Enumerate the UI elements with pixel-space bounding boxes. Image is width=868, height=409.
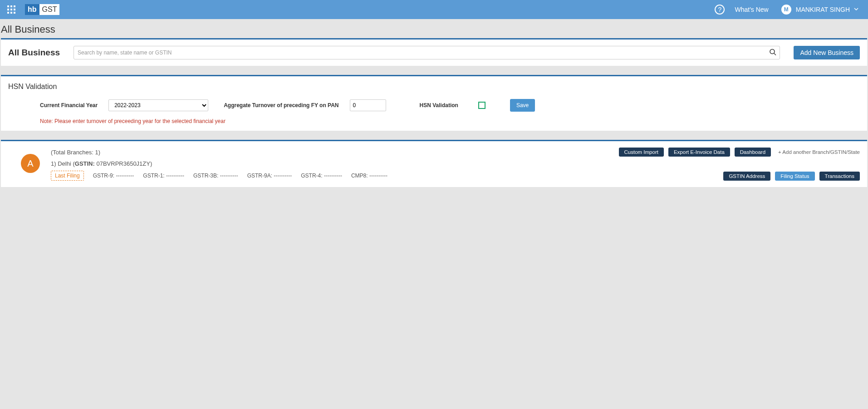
business-avatar: A [21, 154, 40, 173]
gstin-value: 07BVRPR3650J1ZY [96, 160, 150, 167]
svg-rect-1 [10, 5, 12, 7]
fy-select[interactable]: 2022-2023 [108, 99, 208, 111]
filing-status-button[interactable]: Filing Status [775, 172, 814, 181]
business-panel: A (Total Branches: 1) Custom Import Expo… [1, 140, 867, 187]
fy-label: Current Financial Year [40, 102, 98, 108]
gstin-label: GSTIN: [75, 160, 95, 167]
svg-line-10 [774, 54, 776, 55]
whats-new-link[interactable]: What's New [735, 6, 768, 13]
total-branches-label: (Total Branches: 1) [51, 149, 100, 156]
svg-rect-8 [14, 12, 15, 14]
filing-gstr1: GSTR-1: ---------- [143, 172, 184, 179]
logo-hb: hb [25, 4, 39, 15]
filing-row: Last Filing GSTR-9: ---------- GSTR-1: -… [51, 171, 714, 181]
user-name-label: MANKIRAT SINGH [796, 6, 850, 13]
svg-rect-6 [7, 12, 9, 14]
search-panel-heading: All Business [8, 48, 60, 58]
svg-rect-7 [10, 12, 12, 14]
user-avatar[interactable]: M [781, 5, 791, 15]
search-panel: All Business Add New Business [1, 38, 867, 66]
filing-gstr4: GSTR-4: ---------- [301, 172, 342, 179]
filing-cmp8: CMP8: ---------- [351, 172, 387, 179]
hsn-panel: HSN Validation Current Financial Year 20… [1, 75, 867, 131]
turnover-label: Aggregate Turnover of preceding FY on PA… [224, 102, 338, 108]
custom-import-button[interactable]: Custom Import [619, 148, 664, 157]
svg-rect-4 [10, 9, 12, 10]
hsn-checkbox[interactable] [478, 102, 485, 109]
search-icon[interactable] [769, 49, 776, 57]
last-filing-button[interactable]: Last Filing [51, 171, 84, 181]
add-branch-link[interactable]: + Add another Branch/GSTIN/State [778, 149, 860, 155]
help-icon[interactable]: ? [715, 5, 725, 15]
page-title: All Business [0, 19, 868, 38]
save-button[interactable]: Save [510, 99, 535, 112]
apps-grid-icon[interactable] [5, 3, 18, 16]
search-input[interactable] [74, 46, 780, 59]
filing-gstr9a: GSTR-9A: ---------- [247, 172, 292, 179]
transactions-button[interactable]: Transactions [819, 172, 860, 181]
svg-rect-5 [14, 9, 15, 10]
gstin-address-button[interactable]: GSTIN Address [723, 172, 770, 181]
export-einvoice-button[interactable]: Export E-Invoice Data [668, 148, 730, 157]
filing-gstr3b: GSTR-3B: ---------- [193, 172, 238, 179]
svg-rect-0 [7, 5, 9, 7]
logo[interactable]: hb GST [25, 3, 59, 16]
svg-rect-3 [7, 9, 9, 10]
branch-index: 1) [51, 160, 56, 167]
dashboard-button[interactable]: Dashboard [735, 148, 771, 157]
add-business-button[interactable]: Add New Business [794, 46, 860, 59]
branch-state: Delhi [58, 160, 71, 167]
svg-rect-2 [14, 5, 15, 7]
hsn-note: Note: Please enter turnover of preceedin… [8, 118, 860, 124]
branch-row: 1) Delhi (GSTIN: 07BVRPR3650J1ZY) [51, 160, 714, 167]
turnover-input[interactable] [350, 99, 386, 111]
hsn-heading: HSN Validation [8, 83, 860, 91]
hsn-validation-label: HSN Validation [420, 102, 458, 108]
chevron-down-icon[interactable] [853, 6, 859, 13]
logo-gst: GST [39, 4, 60, 15]
filing-gstr9: GSTR-9: ---------- [93, 172, 134, 179]
top-bar: hb GST ? What's New M MANKIRAT SINGH [0, 0, 868, 19]
svg-point-9 [770, 49, 775, 54]
